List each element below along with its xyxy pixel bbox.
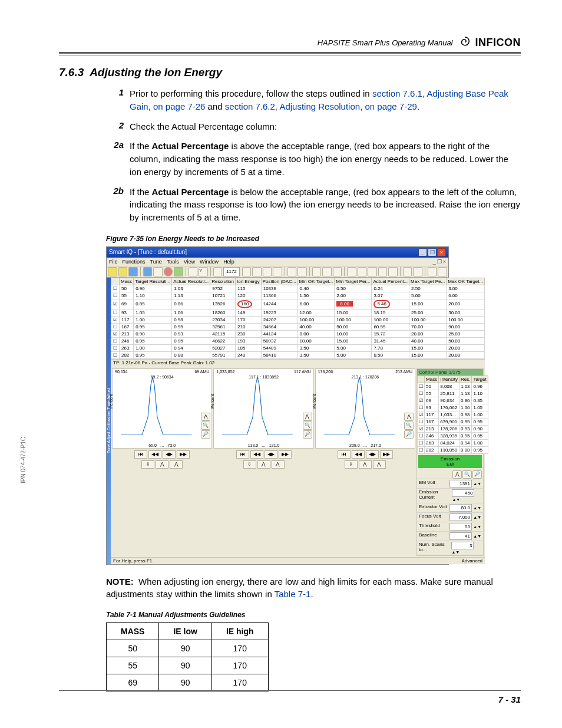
- grid-row[interactable]: ☐551.101.1310721120113661.502.003.075.00…: [111, 292, 485, 299]
- record-icon[interactable]: [164, 267, 173, 276]
- tool-icon[interactable]: [263, 267, 272, 276]
- opt-icon[interactable]: [438, 267, 447, 276]
- cp-row[interactable]: ☐246328,9350.950.95: [418, 432, 488, 439]
- opt-icon[interactable]: [413, 267, 422, 276]
- nav-down-icon[interactable]: ⇩: [141, 460, 154, 469]
- chart-zoomin-icon[interactable]: 🔍: [303, 421, 312, 430]
- link-section-762[interactable]: section 7.6.2, Adjusting Resolution, on …: [225, 101, 417, 111]
- filter-icon[interactable]: [287, 267, 297, 276]
- row-checkbox[interactable]: ☐: [111, 323, 120, 330]
- row-checkbox[interactable]: ☐: [111, 344, 120, 351]
- nav-peak-icon[interactable]: ⋀: [156, 460, 168, 469]
- open-icon[interactable]: [108, 267, 117, 276]
- cp-prop-input[interactable]: [449, 513, 472, 521]
- nav-prev-icon[interactable]: ◀◀: [352, 450, 365, 459]
- row-checkbox[interactable]: ☐: [111, 292, 120, 299]
- nav-up-icon[interactable]: ⋀: [272, 460, 285, 469]
- nav-first-icon[interactable]: ⏮: [338, 450, 351, 459]
- open2-icon[interactable]: [118, 267, 128, 276]
- toolbar-value[interactable]: 1172: [223, 267, 240, 276]
- col-header[interactable]: Resolution: [210, 278, 236, 285]
- tool-icon[interactable]: [242, 267, 252, 276]
- chart-peak-icon[interactable]: ⋀: [201, 413, 210, 421]
- cp-prop-input[interactable]: [452, 489, 474, 497]
- cp-zoom-icon[interactable]: 🔎: [472, 470, 482, 479]
- col-header[interactable]: Max OK Target...: [447, 278, 485, 285]
- stepper-icon[interactable]: ▲▼: [473, 515, 481, 519]
- grid-row[interactable]: ☐931.051.06182601491922312.0015.0018.152…: [111, 309, 485, 316]
- maximize-button[interactable]: ❐: [428, 248, 437, 256]
- graph-icon[interactable]: [213, 267, 223, 276]
- chart-zoomout-icon[interactable]: 🔎: [303, 430, 312, 439]
- menu-window[interactable]: Window: [200, 259, 219, 265]
- cp-row[interactable]: ☐508,0081.030.96: [418, 383, 488, 390]
- y-icon[interactable]: [358, 267, 367, 276]
- stepper-icon[interactable]: ▲▼: [473, 506, 481, 510]
- col-header[interactable]: Max Target Pe...: [409, 278, 447, 285]
- stepper-icon[interactable]: ▲▼: [473, 482, 481, 486]
- close-button[interactable]: ×: [437, 248, 446, 256]
- nav-peak-icon[interactable]: ⋀: [359, 460, 372, 469]
- nav-down-icon[interactable]: ⇩: [345, 460, 358, 469]
- play-icon[interactable]: [174, 267, 183, 276]
- opt-icon[interactable]: [403, 267, 412, 276]
- nav-first-icon[interactable]: ⏮: [134, 450, 147, 459]
- layout-icon[interactable]: [189, 267, 198, 276]
- cp-row[interactable]: ☐167639,9010.950.95: [418, 418, 488, 425]
- chart-zoomin-icon[interactable]: 🔍: [201, 421, 210, 430]
- cp-row[interactable]: ☐26384,0240.941.00: [418, 439, 488, 446]
- grid-row[interactable]: ☑690.850.8613526160142446.008.005.4815.0…: [111, 299, 485, 309]
- row-checkbox[interactable]: ☐: [111, 337, 120, 344]
- zoom-icon[interactable]: [333, 267, 342, 276]
- save-icon[interactable]: [128, 267, 138, 276]
- row-checkbox[interactable]: ☑: [111, 299, 120, 309]
- cp-row[interactable]: ☑213178,2060.930.90: [418, 425, 488, 432]
- zoom-icon[interactable]: [322, 267, 332, 276]
- row-checkbox[interactable]: ☑: [111, 330, 120, 337]
- cp-prop-input[interactable]: [449, 523, 472, 531]
- tune-grid[interactable]: MassTarget Resoluti...Actual Resoluti...…: [111, 278, 485, 359]
- y-icon[interactable]: [378, 267, 388, 276]
- minimize-button[interactable]: _: [418, 248, 427, 256]
- menu-help[interactable]: Help: [223, 259, 234, 265]
- stepper-icon[interactable]: ▲▼: [473, 525, 481, 529]
- y-icon[interactable]: [347, 267, 356, 276]
- nav-prev-icon[interactable]: ◀◀: [250, 450, 263, 459]
- col-header[interactable]: Min Target Per...: [335, 278, 372, 285]
- cp-row[interactable]: ☑6990,6340.860.85: [418, 397, 488, 404]
- col-header[interactable]: Min OK Target...: [297, 278, 335, 285]
- chart-zoomout-icon[interactable]: 🔎: [201, 430, 210, 439]
- print-icon[interactable]: [153, 267, 163, 276]
- nav-next-icon[interactable]: ▶▶: [380, 450, 393, 459]
- zoom-icon[interactable]: [312, 267, 322, 276]
- cp-row[interactable]: ☐93176,0621.061.05: [418, 404, 488, 411]
- nav-up-icon[interactable]: ⋀: [373, 460, 386, 469]
- tool-icon[interactable]: [273, 267, 282, 276]
- cp-prop-input[interactable]: [449, 504, 472, 512]
- nav-peak-icon[interactable]: ⋀: [257, 460, 270, 469]
- cp-row[interactable]: ☐5525,8111.131.10: [418, 390, 488, 397]
- cp-prop-input[interactable]: [449, 480, 472, 487]
- link-table-71[interactable]: Table 7-1: [275, 589, 311, 599]
- stepper-icon[interactable]: ▲▼: [473, 534, 481, 538]
- nav-down-icon[interactable]: ⇩: [243, 460, 256, 469]
- emission-button[interactable]: EmissionEM: [418, 455, 482, 468]
- mdi-restore-icon[interactable]: ❐: [437, 259, 442, 265]
- grid-row[interactable]: ☐2460.950.95486221935093210.0015.0031.45…: [111, 337, 485, 344]
- filter-icon[interactable]: [297, 267, 307, 276]
- chart-zoomin-icon[interactable]: 🔍: [404, 421, 414, 430]
- opt-icon[interactable]: [428, 267, 437, 276]
- nav-play-icon[interactable]: ◀▶: [265, 450, 277, 459]
- nav-next-icon[interactable]: ▶▶: [279, 450, 292, 459]
- cp-zoom-icon[interactable]: 🔍: [462, 470, 472, 479]
- row-checkbox[interactable]: ☐: [111, 285, 120, 292]
- stepper-icon[interactable]: ▲▼: [452, 498, 460, 502]
- grid-row[interactable]: ☐500.961.039752115103390.400.500.242.503…: [111, 285, 485, 292]
- col-header[interactable]: Mass: [120, 278, 134, 285]
- grid-row[interactable]: ☐2631.000.9452027185544893.505.007.7815.…: [111, 344, 485, 351]
- nav-first-icon[interactable]: ⏮: [236, 450, 249, 459]
- cp-row[interactable]: ☑1171,033...0.981.00: [418, 411, 488, 418]
- y-icon[interactable]: [368, 267, 377, 276]
- row-checkbox[interactable]: ☐: [111, 309, 120, 316]
- tool-icon[interactable]: [252, 267, 262, 276]
